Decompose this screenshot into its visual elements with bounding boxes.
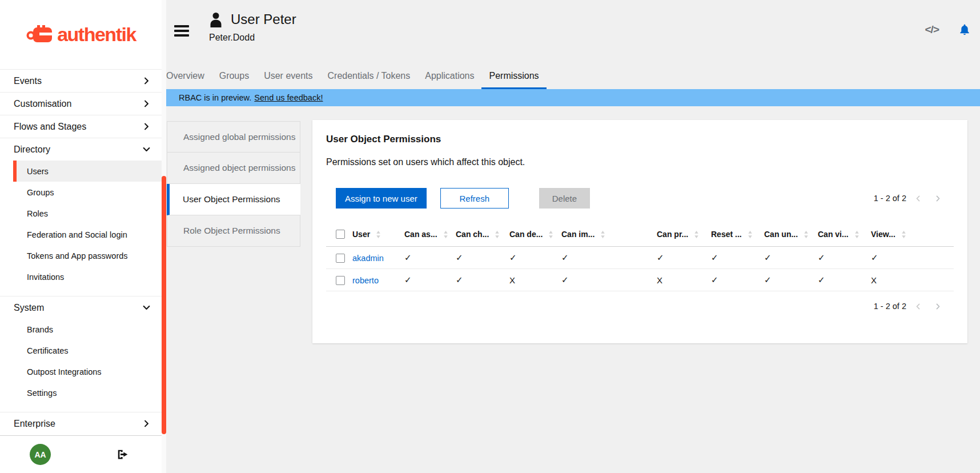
pagination-prev-icon[interactable] — [915, 194, 921, 203]
column-header-can-unassign[interactable]: Can un... — [764, 221, 818, 247]
sidebar-subitem-label: Users — [27, 167, 49, 176]
assign-to-new-user-button[interactable]: Assign to new user — [336, 188, 427, 209]
refresh-button[interactable]: Refresh — [440, 188, 509, 209]
user-icon — [209, 12, 223, 27]
perm-cell: ✓ — [561, 247, 657, 269]
sidebar-subitem-label: Roles — [27, 209, 48, 218]
sidebar-item-tokens-and-app-passwords[interactable]: Tokens and App passwords — [0, 245, 162, 266]
sort-icon[interactable] — [804, 231, 809, 238]
delete-button[interactable]: Delete — [539, 188, 590, 209]
perm-cell: ✓ — [711, 269, 764, 291]
perm-cell: X — [871, 269, 954, 291]
column-header-reset[interactable]: Reset ... — [711, 221, 764, 247]
column-header-can-view[interactable]: Can vi... — [818, 221, 871, 247]
sidebar-subitem-label: Tokens and App passwords — [27, 251, 128, 260]
row-checkbox[interactable] — [336, 276, 345, 285]
user-link-akadmin[interactable]: akadmin — [352, 254, 384, 263]
sort-icon[interactable] — [854, 231, 859, 238]
card-description: Permissions set on users which affect th… — [326, 157, 954, 167]
column-header-can-delete[interactable]: Can de... — [509, 221, 561, 247]
sort-icon[interactable] — [694, 231, 699, 238]
feedback-link[interactable]: Send us feedback! — [254, 93, 323, 102]
sidebar-item-flows-and-stages[interactable]: Flows and Stages — [0, 115, 162, 138]
sidebar-item-events[interactable]: Events — [0, 69, 162, 92]
sidebar-item-system[interactable]: System — [0, 296, 162, 319]
sidebar-subitem-label: Brands — [27, 325, 53, 334]
sort-icon[interactable] — [748, 231, 753, 238]
column-header-can-change[interactable]: Can ch... — [456, 221, 509, 247]
perm-cell: X — [509, 269, 561, 291]
sidebar-item-invitations[interactable]: Invitations — [0, 266, 162, 287]
sidebar-item-certificates[interactable]: Certificates — [0, 340, 162, 361]
authentik-logo[interactable]: authentik — [26, 22, 136, 48]
perm-cell: ✓ — [561, 269, 657, 291]
sort-icon[interactable] — [901, 231, 906, 238]
sidebar-subitem-label: Settings — [27, 388, 57, 398]
tab-permissions[interactable]: Permissions — [481, 64, 546, 89]
logo-area: authentik — [0, 0, 162, 69]
pagination-next-icon[interactable] — [935, 194, 941, 203]
row-checkbox[interactable] — [336, 254, 345, 263]
sort-icon[interactable] — [548, 231, 553, 238]
perm-cell: ✓ — [818, 269, 871, 291]
sidebar-scrollbar-track — [162, 0, 166, 473]
sidebar-item-enterprise[interactable]: Enterprise — [0, 412, 162, 435]
sidebar-subitem-label: Federation and Social login — [27, 230, 127, 239]
sidebar-item-groups[interactable]: Groups — [0, 182, 162, 203]
perm-cell: ✓ — [456, 247, 509, 269]
chevron-right-icon — [143, 420, 150, 427]
table-header-row: User Can as... Can ch... Can de... Can i… — [326, 221, 954, 247]
sort-icon[interactable] — [600, 231, 605, 238]
permissions-table: User Can as... Can ch... Can de... Can i… — [326, 221, 954, 291]
tab-applications[interactable]: Applications — [417, 64, 481, 89]
sidebar-item-brands[interactable]: Brands — [0, 319, 162, 340]
tab-credentials-tokens[interactable]: Credentials / Tokens — [320, 64, 418, 89]
sign-out-icon[interactable] — [117, 449, 129, 460]
sidebar-nav: Events Customisation Flows and Stages Di… — [0, 69, 162, 435]
tab-overview[interactable]: Overview — [166, 64, 212, 89]
api-code-icon[interactable]: </> — [925, 23, 939, 36]
sidebar-item-settings[interactable]: Settings — [0, 382, 162, 403]
pagination-label: 1 - 2 of 2 — [874, 194, 906, 203]
chevron-right-icon — [143, 77, 150, 85]
perm-cell: ✓ — [456, 269, 509, 291]
sidebar-item-outpost-integrations[interactable]: Outpost Integrations — [0, 361, 162, 382]
sort-icon[interactable] — [376, 231, 381, 238]
pagination-top: 1 - 2 of 2 — [874, 194, 954, 203]
subtab-assigned-global-permissions[interactable]: Assigned global permissions — [167, 121, 300, 153]
subtab-assigned-object-permissions[interactable]: Assigned object permissions — [167, 153, 300, 184]
user-link-roberto[interactable]: roberto — [352, 276, 379, 285]
sidebar-item-roles[interactable]: Roles — [0, 203, 162, 224]
sidebar-item-users[interactable]: Users — [13, 161, 162, 182]
sort-icon[interactable] — [443, 231, 448, 238]
topbar-icons: </> — [925, 22, 971, 38]
sort-icon[interactable] — [495, 231, 500, 238]
column-header-can-impersonate[interactable]: Can im... — [561, 221, 657, 247]
sidebar: authentik Events Customisation Flows and… — [0, 0, 162, 473]
column-header-view-applications[interactable]: View... — [871, 221, 954, 247]
tab-bar: Overview Groups User events Credentials … — [166, 64, 980, 89]
subtab-user-object-permissions[interactable]: User Object Permissions — [167, 184, 300, 215]
select-all-checkbox[interactable] — [336, 230, 345, 239]
sidebar-item-label: Events — [14, 76, 143, 86]
page-subtitle: Peter.Dodd — [209, 33, 296, 43]
notifications-bell-icon[interactable] — [958, 23, 971, 37]
subtab-role-object-permissions[interactable]: Role Object Permissions — [167, 215, 300, 247]
sidebar-scrollbar-thumb[interactable] — [162, 176, 166, 434]
pagination-label: 1 - 2 of 2 — [874, 302, 906, 311]
tab-user-events[interactable]: User events — [256, 64, 320, 89]
sidebar-item-federation-and-social-login[interactable]: Federation and Social login — [0, 224, 162, 245]
column-header-can-preview[interactable]: Can pr... — [657, 221, 711, 247]
column-header-can-assign[interactable]: Can as... — [404, 221, 456, 247]
sidebar-footer: AA — [0, 435, 162, 473]
tab-groups[interactable]: Groups — [212, 64, 256, 89]
sidebar-item-label: Directory — [14, 145, 143, 155]
avatar[interactable]: AA — [30, 444, 51, 465]
sidebar-item-directory[interactable]: Directory — [0, 138, 162, 161]
pagination-next-icon[interactable] — [935, 302, 941, 311]
perm-cell: ✓ — [871, 247, 954, 269]
column-header-user[interactable]: User — [352, 221, 404, 247]
pagination-prev-icon[interactable] — [915, 302, 921, 311]
sidebar-item-customisation[interactable]: Customisation — [0, 92, 162, 115]
hamburger-menu-icon[interactable] — [174, 25, 189, 37]
